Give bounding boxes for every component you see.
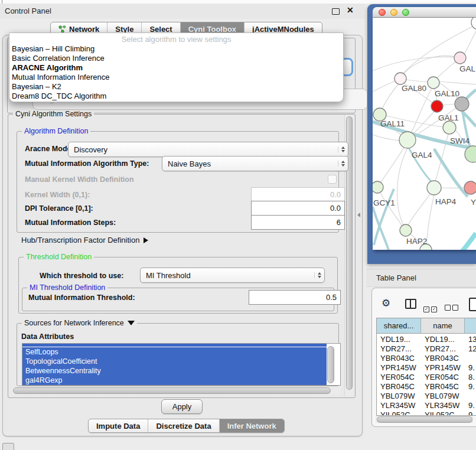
split-columns-icon[interactable] — [405, 299, 416, 309]
panel-splitter-handle[interactable] — [357, 213, 360, 217]
node-label: GAL80 — [402, 84, 426, 93]
network-node-hap2[interactable] — [400, 224, 412, 236]
settings-hscrollbar[interactable] — [12, 387, 341, 394]
table-cell[interactable]: YBR043C — [421, 354, 465, 363]
dropdown-item-dream8[interactable]: Dream8 DC_TDC Algorithm — [12, 92, 106, 101]
gear-icon[interactable]: ⚙ — [382, 298, 390, 308]
network-window: GAL GAL80 GAL10 GAL1 GAL11 GAL4 SWI4 GCY… — [367, 4, 476, 264]
tab-infer-label: Infer Network — [227, 422, 276, 431]
table-cell[interactable] — [465, 354, 476, 363]
network-node-gal1[interactable] — [431, 100, 443, 112]
dropdown-item-aracne[interactable]: ARACNE Algorithm — [12, 63, 83, 73]
tab-discretize-data[interactable]: Discretize Data — [148, 419, 219, 432]
tab-infer-network[interactable]: Infer Network — [220, 419, 284, 432]
table-cell[interactable]: YLR345W — [421, 401, 465, 410]
table-cell[interactable]: YIL052C — [377, 410, 421, 416]
dropdown-item-bayesian-k2[interactable]: Bayesian – K2 — [12, 82, 61, 92]
mi-type-combobox[interactable]: Naive Bayes — [162, 156, 348, 171]
dpi-tolerance-field[interactable]: 0.0 — [251, 201, 345, 216]
table-cell[interactable]: YBL079W — [421, 392, 465, 401]
table-cell[interactable]: 8. — [465, 373, 476, 382]
table-cell[interactable]: YER054C — [377, 373, 421, 382]
dropdown-item-bayesian-hill[interactable]: Bayesian – Hill Climbing — [12, 44, 94, 54]
column-header-partial[interactable]: A — [465, 318, 476, 334]
table-cell[interactable]: YBL079W — [377, 392, 421, 401]
network-node-gal[interactable] — [454, 52, 466, 64]
table-cell[interactable]: YBR043C — [377, 354, 421, 363]
aracne-mode-label: Aracne Mode: — [25, 145, 74, 153]
table-cell[interactable]: YPR145W — [421, 363, 465, 373]
table-cell[interactable] — [465, 392, 476, 401]
close-panel-icon[interactable]: ✕ — [347, 5, 354, 15]
table-cell[interactable]: 9. — [465, 382, 476, 392]
close-window-icon[interactable] — [379, 9, 386, 16]
table-cell[interactable]: YBR045C — [377, 382, 421, 392]
table-cell[interactable]: 13 — [465, 335, 476, 344]
table-cell[interactable]: YDL19... — [377, 335, 421, 344]
network-graph: GAL GAL80 GAL10 GAL1 GAL11 GAL4 SWI4 GCY… — [373, 18, 476, 250]
mi-steps-field[interactable]: 6 — [251, 215, 345, 230]
dock-icon[interactable] — [2, 443, 14, 450]
table-cell[interactable]: YBR045C — [421, 382, 465, 392]
table-cell[interactable]: YER054C — [421, 373, 465, 382]
table-cell[interactable]: 12 — [465, 344, 476, 354]
network-node-gal10[interactable] — [428, 77, 439, 89]
network-node-y[interactable] — [464, 181, 476, 194]
table-hscrollbar[interactable] — [376, 416, 473, 423]
mi-threshold-field[interactable]: 0.5 — [249, 290, 341, 305]
dropdown-item-basic-correlation[interactable]: Basic Correlation Inference — [12, 54, 105, 63]
algorithm-dropdown: Select algorithm to view settings Bayesi… — [9, 32, 344, 102]
table-cell[interactable]: 9. — [465, 410, 476, 416]
settings-hscrollbar-thumb[interactable] — [13, 387, 331, 394]
aracne-mode-combobox[interactable]: Discovery — [68, 142, 348, 157]
sources-title[interactable]: Sources for Network Inference — [22, 319, 137, 327]
table-cell[interactable]: 9. — [465, 363, 476, 373]
list-item-betweennesscentrality[interactable]: BetweennessCentrality — [22, 366, 327, 376]
new-table-icon[interactable] — [469, 298, 476, 311]
dpi-tolerance-label: DPI Tolerance [0,1]: — [25, 204, 93, 213]
table-cell[interactable]: 9. — [465, 401, 476, 410]
network-node-hap4[interactable] — [427, 181, 441, 195]
float-panel-icon[interactable] — [332, 8, 340, 15]
deselect-all-columns-icon[interactable] — [445, 302, 460, 313]
data-attributes-list: SelfLoops TopologicalCoefficient Between… — [22, 343, 341, 386]
spinner-arrows-icon — [314, 272, 321, 278]
zoom-window-icon[interactable] — [402, 9, 409, 16]
table-cell[interactable]: YIL052C — [421, 410, 465, 416]
network-node-partial[interactable] — [471, 18, 476, 30]
network-canvas[interactable]: GAL GAL80 GAL10 GAL1 GAL11 GAL4 SWI4 GCY… — [373, 18, 476, 250]
network-node-gray[interactable] — [455, 97, 469, 111]
table-cell[interactable]: YDR27... — [421, 344, 465, 354]
manual-kernel-checkbox[interactable] — [328, 175, 337, 184]
control-panel-titlebar — [0, 4, 365, 19]
list-item-selfloops[interactable]: SelfLoops — [22, 347, 327, 357]
tab-impute-data[interactable]: Impute Data — [89, 419, 148, 432]
network-nodes — [373, 18, 476, 250]
network-window-titlebar[interactable] — [373, 7, 476, 18]
list-item-gal4rgexp[interactable]: gal4RGexp — [22, 376, 327, 385]
kernel-width-field[interactable]: 0.0 — [251, 187, 345, 201]
apply-button[interactable]: Apply — [161, 399, 203, 414]
column-header-name[interactable]: name — [421, 318, 465, 334]
network-node-gcy1[interactable] — [373, 181, 383, 193]
list-vscrollbar-thumb[interactable] — [327, 346, 334, 383]
table-hscrollbar-thumb[interactable] — [377, 416, 472, 423]
network-node-gal80[interactable] — [395, 73, 406, 84]
which-threshold-combobox[interactable]: MI Threshold — [140, 268, 325, 283]
select-all-columns-icon[interactable]: ✓✓ — [423, 302, 439, 313]
table-cell[interactable]: YLR345W — [377, 401, 421, 410]
threshold-definition-title: Threshold Definition — [24, 253, 94, 261]
hub-definition-label: Hub/Transcription Factor Definition — [21, 236, 139, 244]
hub-definition-expander[interactable]: Hub/Transcription Factor Definition — [21, 236, 148, 244]
list-item-partial[interactable] — [22, 343, 327, 347]
table-cell[interactable]: YDR27... — [377, 344, 421, 354]
column-header-shared-name[interactable]: shared... — [377, 318, 421, 334]
network-node-unlabeled[interactable] — [443, 121, 456, 134]
table-cell[interactable]: YPR145W — [377, 363, 421, 373]
mi-threshold-title: MI Threshold Definition — [27, 283, 107, 292]
dropdown-item-mutual-information[interactable]: Mutual Information Inference — [12, 73, 109, 82]
list-item-topologicalcoefficient[interactable]: TopologicalCoefficient — [22, 357, 327, 366]
network-node-gal4[interactable] — [399, 132, 416, 148]
table-cell[interactable]: YDL19... — [421, 335, 465, 344]
minimize-window-icon[interactable] — [390, 9, 397, 16]
